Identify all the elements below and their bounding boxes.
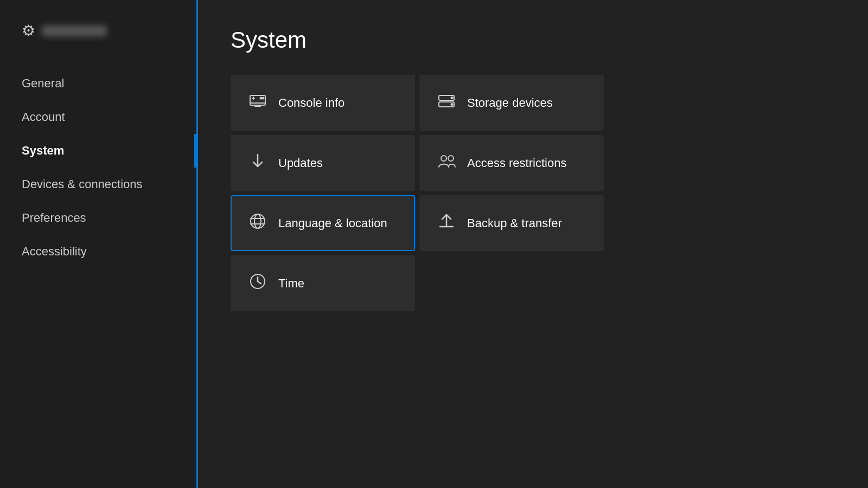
updates-icon [248,151,267,175]
storage-icon [437,91,456,114]
sidebar-item-devices-connections[interactable]: Devices & connections [0,168,196,201]
grid-item-backup-transfer[interactable]: Backup & transfer [419,195,604,251]
gear-icon: ⚙ [22,22,35,40]
settings-grid: Console info Storage devices [231,75,835,311]
grid-item-updates[interactable]: Updates [231,135,415,191]
backup-transfer-label: Backup & transfer [467,216,562,230]
svg-point-15 [254,214,261,228]
svg-line-22 [258,281,261,284]
updates-label: Updates [278,156,323,170]
svg-point-5 [260,98,262,99]
backup-icon [437,211,456,235]
storage-devices-label: Storage devices [467,96,553,110]
svg-point-6 [263,98,264,99]
svg-point-14 [251,214,265,228]
globe-icon [248,211,267,235]
time-label: Time [278,277,304,291]
access-icon [437,151,456,175]
grid-item-time[interactable]: Time [231,255,415,311]
sidebar: ⚙ General Account System Devices & conne… [0,0,198,488]
clock-icon [248,272,267,295]
access-restrictions-label: Access restrictions [467,156,566,170]
svg-point-9 [451,97,453,99]
grid-item-language-location[interactable]: Language & location [231,195,415,251]
svg-point-13 [448,156,454,161]
user-name [42,25,107,36]
svg-point-10 [451,104,453,105]
sidebar-item-accessibility[interactable]: Accessibility [0,235,196,268]
language-location-label: Language & location [278,216,387,230]
console-info-label: Console info [278,96,344,110]
sidebar-nav: General Account System Devices & connect… [0,67,196,268]
grid-item-storage-devices[interactable]: Storage devices [419,75,604,131]
console-icon [248,91,267,114]
svg-point-12 [441,156,446,161]
grid-item-console-info[interactable]: Console info [231,75,415,131]
sidebar-item-general[interactable]: General [0,67,196,100]
main-content: System Console info [198,0,868,488]
grid-item-access-restrictions[interactable]: Access restrictions [419,135,604,191]
sidebar-header: ⚙ [0,22,196,61]
sidebar-item-system[interactable]: System [0,134,196,168]
page-title: System [231,27,835,53]
sidebar-item-account[interactable]: Account [0,100,196,134]
sidebar-item-preferences[interactable]: Preferences [0,201,196,235]
